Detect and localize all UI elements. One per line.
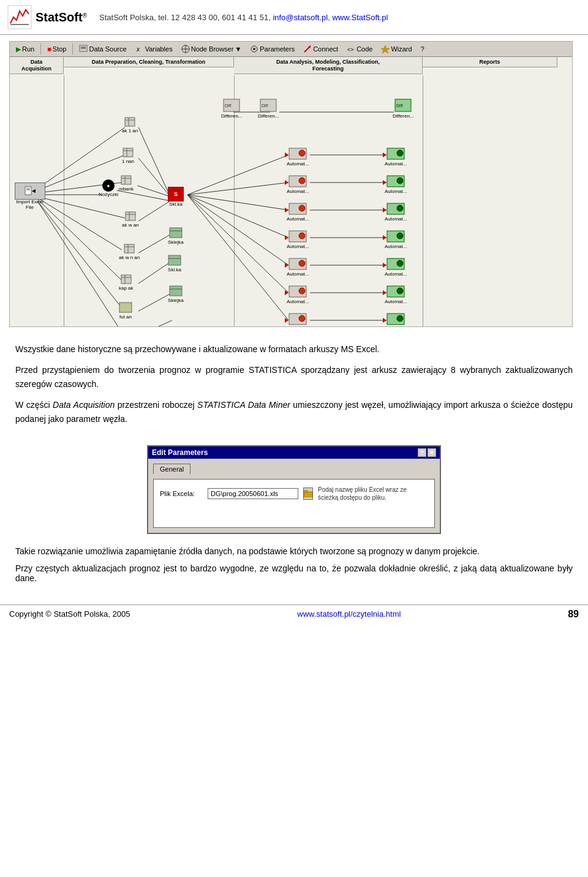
svg-rect-80: [124, 244, 134, 253]
page-footer: Copyright © StatSoft Polska, 2005 www.st…: [0, 604, 588, 623]
svg-line-45: [37, 198, 122, 250]
small-table-icon-5: [124, 244, 135, 255]
svg-line-20: [187, 195, 288, 238]
connect-button[interactable]: Connect: [300, 43, 342, 55]
node-browser-button[interactable]: Node Browser ▼: [178, 43, 246, 55]
svg-rect-0: [8, 6, 31, 29]
small-table-icon-3: [121, 175, 132, 186]
run-button[interactable]: ▶ Run: [12, 43, 38, 55]
dialog-close-button[interactable]: ✕: [428, 448, 436, 457]
mbank-node[interactable]: mbank: [119, 175, 134, 192]
automat2-node[interactable]: Automat...: [287, 175, 309, 194]
logo-area: StatSoft®: [7, 5, 87, 29]
rep-automat3-node[interactable]: Automat...: [385, 203, 407, 222]
contact-email[interactable]: info@statsoft.pl: [273, 13, 328, 22]
sklejka-icon-3: [168, 255, 181, 267]
sklejka2-node[interactable]: Sklejka: [168, 227, 184, 245]
ak1an-node[interactable]: ak 1 an: [122, 117, 138, 134]
svg-point-125: [397, 315, 403, 322]
1nan-node[interactable]: 1 nan: [122, 148, 134, 164]
cat-data-preparation: Data Preparation, Cleaning, Transformati…: [64, 57, 234, 67]
svg-rect-63: [25, 187, 31, 195]
rep-automat6-node[interactable]: Automat...: [385, 285, 407, 304]
svg-point-115: [397, 178, 403, 184]
help-button[interactable]: ?: [417, 43, 428, 55]
contact-website[interactable]: www.StatSoft.pl: [332, 13, 388, 22]
sklejka3-node[interactable]: Skl.ka: [168, 255, 181, 273]
page-header: StatSoft® StatSoft Polska, tel. 12 428 4…: [0, 0, 588, 35]
akwnan-node[interactable]: ak w n an: [119, 244, 140, 260]
rep-automat4-node[interactable]: Automat...: [385, 230, 407, 249]
automat6-node[interactable]: Automat...: [287, 285, 309, 304]
rep-automat5-node[interactable]: Automat...: [385, 258, 407, 277]
automat4-icon: [288, 230, 307, 244]
dialog-field-label: Plik Excela:: [160, 490, 203, 497]
automat4-node[interactable]: Automat...: [287, 230, 309, 249]
futan-node[interactable]: fut an: [119, 302, 132, 320]
paragraph-5: Przy częstych aktualizacjach prognoz jes…: [15, 563, 573, 583]
differen2-node[interactable]: Diff Differen...: [258, 99, 279, 119]
dialog-hint-text: Podaj nazwę pliku Excel wraz ze ścieżką …: [318, 486, 428, 502]
automat7-node[interactable]: Automat...: [287, 313, 309, 326]
differen1-node[interactable]: Diff Differen...: [221, 99, 243, 119]
text-content-area: Wszystkie dane historyczne są przechowyw…: [9, 339, 579, 436]
logo-text-area: StatSoft®: [36, 10, 87, 24]
svg-rect-69: [123, 148, 133, 157]
variables-icon: x: [135, 45, 144, 53]
footer-link[interactable]: www.statsoft.pl/czytelnia.html: [297, 609, 401, 619]
svg-line-19: [187, 195, 288, 210]
dialog-file-input[interactable]: [208, 488, 298, 499]
sklejka4-node[interactable]: Sklejka: [168, 285, 184, 303]
svg-rect-83: [168, 255, 181, 265]
svg-rect-78: [170, 228, 182, 238]
svg-line-22: [187, 195, 288, 293]
variables-button[interactable]: x Variables: [132, 43, 176, 55]
dialog-browse-button[interactable]: [303, 487, 313, 500]
wizard-button[interactable]: Wizard: [377, 43, 415, 55]
divider-3: [423, 75, 423, 326]
automat5-node[interactable]: Automat...: [287, 258, 309, 277]
dialog-help-button[interactable]: ?: [418, 448, 426, 457]
diagram-area: DataAcquisition Data Preparation, Cleani…: [10, 57, 572, 326]
sklepik-hub-node[interactable]: S Skl.ka: [168, 187, 184, 207]
stop-button[interactable]: ■ Stop: [43, 43, 70, 55]
node-browser-icon: [181, 45, 190, 53]
rep-automat6-icon: [386, 285, 405, 299]
main-content: ▶ Run ■ Stop Data Source x Variables Nod…: [0, 35, 588, 592]
svg-line-16: [117, 190, 170, 201]
akwan-node[interactable]: ak w an: [122, 211, 139, 228]
import-excel-node[interactable]: Import Excel File: [13, 183, 47, 211]
rep-automat2-node[interactable]: Automat...: [385, 175, 407, 194]
svg-rect-85: [121, 275, 131, 284]
contact-tagline: StatSoft Polska, tel. 12 428 43 00, 601 …: [99, 13, 271, 22]
toolbar-separator-2: [72, 43, 73, 55]
logo-registered: ®: [83, 12, 87, 19]
rep-automat1-node[interactable]: Automat...: [385, 148, 407, 167]
datasource-icon: [79, 45, 88, 53]
logo-brand: StatSoft: [36, 10, 83, 24]
svg-line-34: [138, 158, 170, 197]
differen3-node[interactable]: Diff Differen...: [393, 99, 414, 119]
parameters-button[interactable]: Parameters: [246, 43, 298, 55]
text-content-area-2: Takie rozwiązanie umożliwia zapamiętanie…: [9, 543, 579, 586]
svg-rect-75: [126, 212, 135, 220]
paragraph-3: W części Data Acquisition przestrzeni ro…: [15, 398, 573, 426]
toolbar: ▶ Run ■ Stop Data Source x Variables Nod…: [10, 42, 572, 57]
header-contact: StatSoft Polska, tel. 12 428 43 00, 601 …: [99, 13, 388, 22]
import-icon: [24, 186, 36, 196]
kapak-node[interactable]: kap ak: [119, 274, 134, 291]
svg-point-123: [397, 288, 403, 294]
svg-marker-14: [381, 45, 390, 53]
cat-data-analysis: Data Analysis, Modeling, Classification,…: [234, 57, 423, 74]
svg-point-105: [299, 233, 305, 239]
automat3-node[interactable]: Automat...: [287, 203, 309, 222]
dialog-content: Plik Excela: Podaj nazwę pliku Excel wra…: [153, 479, 435, 528]
nozyczki-node[interactable]: ● Nożyczki: [99, 179, 118, 197]
dialog-tab-general[interactable]: General: [153, 464, 190, 474]
svg-point-117: [397, 205, 403, 211]
automat1-node[interactable]: Automat...: [287, 148, 309, 167]
code-button[interactable]: <> Code: [343, 43, 376, 55]
data-source-button[interactable]: Data Source: [75, 43, 130, 55]
svg-line-37: [138, 235, 170, 253]
rep-automat7-node[interactable]: Automat...: [385, 313, 407, 326]
